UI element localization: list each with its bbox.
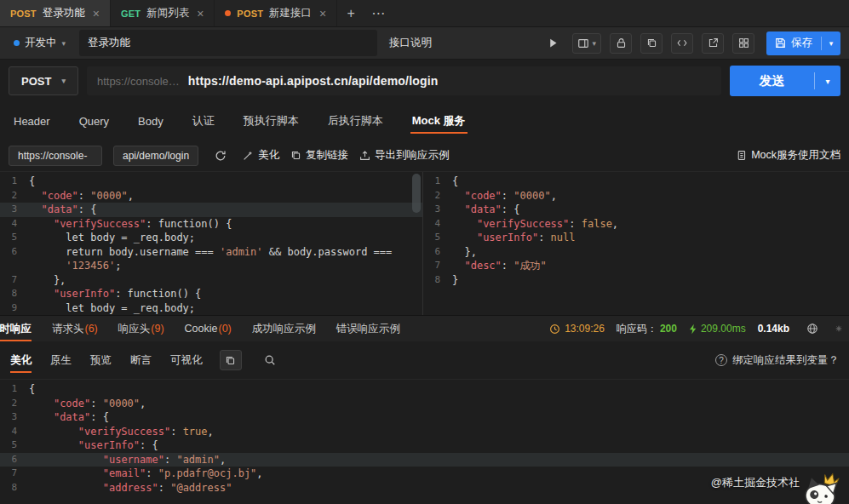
export-to-example-button[interactable]: 导出到响应示例 (359, 148, 450, 163)
code-line: 3 "data": { (0, 410, 849, 425)
unsaved-dot-icon (225, 10, 231, 16)
tab-bar: POST登录功能×GET新闻列表×POST新建接口× + ⋯ (0, 0, 849, 27)
gear-icon[interactable] (835, 323, 842, 335)
export-icon (359, 150, 370, 161)
status-dropdown[interactable]: 开发中 ▾ (9, 32, 71, 54)
code-text: "verifySuccess": true, (29, 425, 214, 439)
api-name-input[interactable]: 登录功能 (79, 30, 377, 56)
close-tab-icon[interactable]: × (197, 7, 204, 20)
save-label: 保存 (791, 36, 812, 50)
code-text: }, (29, 273, 66, 288)
globe-icon[interactable] (801, 318, 823, 339)
response-tab[interactable]: 请求头(6) (52, 316, 98, 341)
request-tab[interactable]: 预执行脚本 (242, 102, 301, 140)
line-number: 3 (423, 203, 452, 217)
lock-icon[interactable] (610, 33, 632, 54)
save-button[interactable]: 保存 ▾ (766, 32, 840, 55)
question-icon: ? (715, 354, 727, 366)
response-view-tab[interactable]: 美化 (10, 342, 32, 379)
mock-preview-editor[interactable]: 1{2 "code": "0000",3 "data": {4 "verifyS… (423, 172, 849, 315)
method-select[interactable]: POST ▾ (9, 66, 78, 95)
response-tab[interactable]: 成功响应示例 (252, 316, 316, 341)
response-view-tab[interactable]: 可视化 (170, 342, 203, 379)
tab-method-label: POST (10, 9, 37, 19)
line-number: 2 (0, 189, 29, 203)
more-tabs-button[interactable]: ⋯ (364, 0, 392, 26)
response-view-tab[interactable]: 预览 (90, 342, 112, 379)
code-text: { (29, 175, 35, 189)
api-tab[interactable]: POST登录功能× (0, 0, 111, 26)
response-tab[interactable]: 实时响应 (0, 316, 32, 341)
mock-docs-link[interactable]: Mock服务使用文档 (736, 148, 840, 163)
response-tab[interactable]: 错误响应示例 (336, 316, 400, 341)
response-tab[interactable]: 响应头(9) (118, 316, 164, 341)
copy-icon[interactable] (640, 33, 663, 54)
url-text: https://demo-api.apipost.cn/api/demo/log… (188, 74, 439, 88)
save-main[interactable]: 保存 (766, 36, 821, 50)
line-number: 3 (0, 410, 29, 425)
api-doc-button[interactable]: 接口说明 (386, 36, 435, 50)
send-label: 发送 (730, 73, 814, 89)
request-tab[interactable]: Mock 服务 (410, 102, 468, 140)
response-tab-count: (6) (85, 323, 98, 335)
copy-response-icon[interactable] (220, 350, 242, 370)
share-icon[interactable] (702, 33, 724, 54)
line-number: 7 (0, 273, 29, 288)
layout-dropdown[interactable]: ▾ (572, 33, 601, 54)
editor-scrollbar[interactable] (412, 174, 421, 313)
bind-variable-button[interactable]: ? 绑定响应结果到变量？ (715, 353, 839, 368)
request-tab[interactable]: 认证 (191, 102, 216, 140)
response-rows: 1{2 "code": "0000",3 "data": {4 "verifyS… (0, 380, 849, 495)
code-text: let body = _req.body; (29, 301, 195, 316)
line-number: 7 (423, 259, 452, 273)
api-header: 开发中 ▾ 登录功能 接口说明 ▾ 保存 (0, 27, 849, 60)
request-tab[interactable]: Body (136, 104, 165, 139)
clock-icon (549, 324, 560, 335)
request-tab[interactable]: 后执行脚本 (326, 102, 385, 140)
code-line: 5 "userInfo": null (423, 231, 849, 245)
api-tab[interactable]: POST新建接口× (215, 0, 337, 26)
export-label: 导出到响应示例 (375, 148, 450, 163)
url-input[interactable]: https://console… https://demo-api.apipos… (87, 66, 721, 95)
code-icon[interactable] (671, 33, 693, 54)
response-view-tab[interactable]: 原生 (50, 342, 72, 379)
refresh-icon[interactable] (209, 146, 232, 166)
response-tab[interactable]: Cookie(0) (185, 316, 232, 341)
response-tab-count: (0) (218, 323, 231, 335)
code-line: 4 "verifySuccess": false, (423, 217, 849, 232)
line-number: 4 (0, 217, 29, 232)
send-dropdown[interactable]: ▾ (815, 77, 840, 86)
status-dot-icon (14, 40, 20, 46)
close-tab-icon[interactable]: × (93, 7, 100, 20)
code-text: "code": "0000", (452, 189, 557, 203)
line-number: 3 (0, 203, 29, 217)
request-tab[interactable]: Query (77, 104, 111, 139)
add-tab-button[interactable]: + (337, 0, 364, 26)
code-text: "username": "admin", (29, 453, 226, 467)
api-tab[interactable]: GET新闻列表× (111, 0, 215, 26)
code-line: 8 "userInfo": function() { (0, 287, 422, 301)
mock-script-editor[interactable]: 1{2 "code": "0000",3 "data": {4 "verifyS… (0, 172, 423, 315)
grid-icon[interactable] (732, 33, 754, 54)
save-dropdown[interactable]: ▾ (822, 39, 840, 48)
url-env-prefix: https://console… (97, 75, 180, 88)
request-tab[interactable]: Header (12, 104, 52, 139)
response-view-tab[interactable]: 断言 (130, 342, 152, 379)
close-tab-icon[interactable]: × (319, 7, 326, 20)
response-body-editor[interactable]: 1{2 "code": "0000",3 "data": {4 "verifyS… (0, 379, 849, 504)
code-text: let body = _req.body; (29, 231, 195, 245)
code-text: "userInfo": { (29, 438, 158, 453)
send-button[interactable]: 发送 ▾ (730, 66, 840, 96)
search-icon[interactable] (259, 350, 281, 370)
scrollbar-thumb[interactable] (412, 174, 421, 213)
document-icon (736, 150, 747, 161)
status-label: 开发中 (25, 36, 57, 50)
mock-path-input[interactable]: api/demo/login (113, 146, 198, 166)
copy-link-button[interactable]: 复制链接 (290, 148, 348, 163)
code-line: 7 }, (0, 273, 422, 288)
line-number: 6 (0, 453, 29, 467)
run-icon[interactable] (542, 33, 564, 54)
mock-base-url-input[interactable]: https://console- (9, 146, 102, 166)
code-line: 7 "email": "p.pdafr@ocj.bj", (0, 467, 849, 481)
beautify-button[interactable]: 美化 (243, 148, 279, 163)
